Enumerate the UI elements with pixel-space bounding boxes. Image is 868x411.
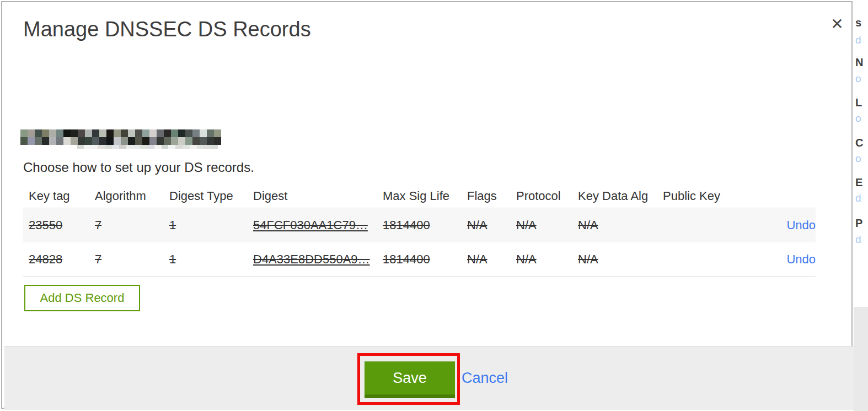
cell-protocol: N/A <box>516 252 578 267</box>
column-header-max-sig-life: Max Sig Life <box>383 189 467 203</box>
background-text-fragment: P <box>855 217 862 230</box>
table-row: 2482871D4A33E8DD550A9…1814400N/AN/AN/AUn… <box>23 242 816 277</box>
close-icon[interactable]: ✕ <box>827 14 847 34</box>
cell-digest: D4A33E8DD550A9… <box>253 252 383 267</box>
background-text-fragment: d <box>855 34 861 46</box>
cell-digest-type: 1 <box>169 218 253 232</box>
cell-algorithm: 7 <box>95 218 169 232</box>
background-text-fragment: d <box>855 192 861 204</box>
cell-key-tag: 23550 <box>23 218 95 232</box>
cell-protocol: N/A <box>516 218 578 232</box>
cancel-link[interactable]: Cancel <box>462 370 508 387</box>
background-text-fragment: d <box>855 234 861 246</box>
column-header-public-key: Public Key <box>663 189 773 203</box>
dnssec-modal: Manage DNSSEC DS Records ✕ Choose how to… <box>1 1 853 409</box>
background-text-fragment: E <box>855 176 862 189</box>
column-header-digest: Digest <box>253 189 383 203</box>
add-ds-record-button[interactable]: Add DS Record <box>24 285 140 311</box>
column-header-protocol: Protocol <box>516 189 578 203</box>
intro-text: Choose how to set up your DS records. <box>23 160 254 175</box>
background-text-fragment: N <box>855 56 863 69</box>
background-text-fragment: L <box>855 96 862 109</box>
column-header-flags: Flags <box>467 189 516 203</box>
redacted-domain-name-shadow <box>77 145 218 149</box>
column-header-digest-type: Digest Type <box>169 189 253 203</box>
cell-digest-type: 1 <box>169 252 253 267</box>
table-body: 235507154FCF030AA1C79…1814400N/AN/AN/AUn… <box>23 208 816 277</box>
cell-key-data-alg: N/A <box>578 252 663 267</box>
column-header-key-data-alg: Key Data Alg <box>578 189 663 203</box>
background-text-fragment: C <box>855 137 863 149</box>
cell-digest: 54FCF030AA1C79… <box>253 218 383 232</box>
background-text-fragment: o <box>855 73 861 85</box>
cell-max-sig-life: 1814400 <box>383 252 467 267</box>
background-text-fragment: o <box>855 112 861 125</box>
background-text-fragment: o <box>855 153 861 165</box>
modal-title: Manage DNSSEC DS Records <box>23 18 311 41</box>
undo-link[interactable]: Undo <box>786 218 816 232</box>
background-text-fragment: s <box>855 17 861 29</box>
save-button[interactable]: Save <box>365 361 455 398</box>
page: sdNoLoCoEdPd Manage DNSSEC DS Records ✕ … <box>0 0 868 411</box>
background-page-footer <box>854 307 868 411</box>
table-row: 235507154FCF030AA1C79…1814400N/AN/AN/AUn… <box>23 208 816 242</box>
cell-flags: N/A <box>467 252 516 267</box>
cell-algorithm: 7 <box>95 252 169 267</box>
column-header-key-tag: Key tag <box>23 189 95 203</box>
column-header-algorithm: Algorithm <box>95 189 169 203</box>
cell-key-tag: 24828 <box>23 252 95 267</box>
ds-records-table: Key tagAlgorithmDigest TypeDigestMax Sig… <box>23 184 816 277</box>
redacted-domain-name <box>20 129 221 145</box>
table-header-row: Key tagAlgorithmDigest TypeDigestMax Sig… <box>23 184 816 208</box>
background-page-strip: sdNoLoCoEdPd <box>854 0 868 411</box>
cell-max-sig-life: 1814400 <box>383 218 467 232</box>
undo-link[interactable]: Undo <box>786 252 816 266</box>
cell-flags: N/A <box>467 218 516 232</box>
cell-key-data-alg: N/A <box>578 218 663 232</box>
